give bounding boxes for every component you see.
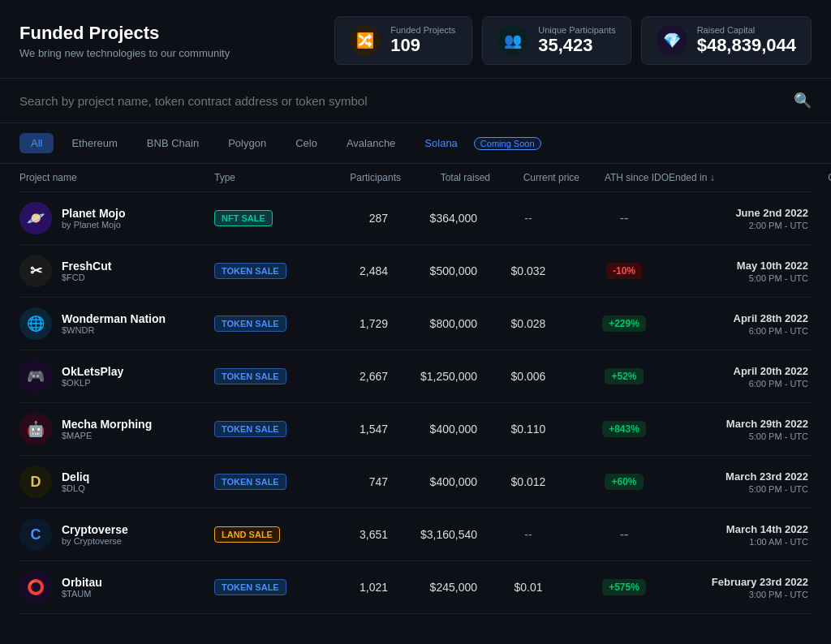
- okletsplay-info: OkLetsPlay $OKLP: [62, 365, 123, 388]
- deliq-ath: +60%: [579, 474, 669, 490]
- orbitau-type: TOKEN SALE: [214, 579, 312, 595]
- mecha-morphing-current-price: $0.110: [490, 423, 579, 436]
- planet-mojo-participants: 287: [312, 212, 401, 225]
- okletsplay-type: TOKEN SALE: [214, 368, 312, 384]
- cryptoverse-name: Cryptoverse: [62, 523, 128, 536]
- deliq-logo: D: [19, 466, 52, 498]
- mecha-morphing-logo: 🤖: [19, 413, 52, 445]
- deliq-name: Deliq: [62, 470, 89, 483]
- freshcut-participants: 2,484: [312, 264, 401, 277]
- filter-ethereum[interactable]: Ethereum: [60, 133, 128, 153]
- wonderman-nation-ended-time: 6:00 PM - UTC: [669, 326, 808, 336]
- mecha-morphing-ended-date: March 29th 2022: [669, 418, 808, 430]
- planet-mojo-logo: 🪐: [19, 202, 52, 234]
- deliq-ended-time: 5:00 PM - UTC: [669, 484, 808, 494]
- deliq-type-badge: TOKEN SALE: [214, 474, 286, 490]
- table-row[interactable]: 🪐 Planet Mojo by Planet Mojo NFT SALE287…: [19, 192, 812, 245]
- mecha-morphing-type: TOKEN SALE: [214, 421, 312, 437]
- search-input[interactable]: [19, 94, 784, 108]
- freshcut-sub: $FCD: [62, 273, 111, 282]
- project-cell-mecha-morphing: 🤖 Mecha Morphing $MAPE: [19, 413, 214, 445]
- filter-bnb-chain[interactable]: BNB Chain: [136, 133, 210, 153]
- orbitau-ended-time: 3:00 PM - UTC: [669, 590, 808, 599]
- filter-polygon[interactable]: Polygon: [217, 133, 278, 153]
- freshcut-ended-date: May 10th 2022: [669, 260, 808, 272]
- table-row[interactable]: 🎮 OkLetsPlay $OKLP TOKEN SALE2,667$1,250…: [19, 350, 812, 403]
- raised-capital-value: $48,839,044: [697, 35, 796, 56]
- cryptoverse-ended-date: March 14th 2022: [669, 523, 808, 535]
- table-row[interactable]: 🤖 Mecha Morphing $MAPE TOKEN SALE1,547$4…: [19, 403, 812, 456]
- wonderman-nation-ath: +229%: [579, 316, 669, 332]
- planet-mojo-type: NFT SALE: [214, 210, 312, 226]
- freshcut-name: FreshCut: [62, 260, 111, 273]
- orbitau-ath-badge: +575%: [602, 579, 646, 595]
- freshcut-ath: -10%: [579, 263, 669, 279]
- table-row[interactable]: 🌐 Wonderman Nation $WNDR TOKEN SALE1,729…: [19, 298, 812, 350]
- cryptoverse-total-raised: $3,160,540: [401, 528, 490, 541]
- planet-mojo-ath: --: [579, 211, 669, 225]
- page-title: Funded Projects: [19, 23, 230, 44]
- deliq-chain: △: [815, 470, 831, 493]
- project-cell-planet-mojo: 🪐 Planet Mojo by Planet Mojo: [19, 202, 214, 234]
- col-header-ath-since-ido: ATH since IDO: [579, 172, 669, 183]
- freshcut-chain: ◎: [815, 260, 831, 282]
- unique-participants-value: 35,423: [538, 35, 615, 56]
- wonderman-nation-ath-badge: +229%: [602, 316, 646, 332]
- okletsplay-ath: +52%: [579, 368, 669, 384]
- wonderman-nation-type: TOKEN SALE: [214, 316, 312, 332]
- orbitau-ended-date: February 23rd 2022: [669, 576, 808, 588]
- filter-solana[interactable]: Solana: [413, 133, 468, 153]
- table-row[interactable]: ⭕ Orbitau $TAUM TOKEN SALE1,021$245,000$…: [19, 561, 812, 614]
- planet-mojo-ended-time: 2:00 PM - UTC: [669, 221, 808, 230]
- deliq-current-price: $0.012: [490, 475, 579, 488]
- deliq-sub: $DLQ: [62, 483, 89, 493]
- orbitau-ath: +575%: [579, 579, 669, 595]
- orbitau-sub: $TAUM: [62, 589, 102, 599]
- filter-all[interactable]: All: [19, 133, 54, 153]
- project-cell-wonderman-nation: 🌐 Wonderman Nation $WNDR: [19, 307, 214, 340]
- okletsplay-ended: April 20th 2022 6:00 PM - UTC: [669, 365, 815, 389]
- planet-mojo-ath-value: --: [620, 211, 629, 225]
- mecha-morphing-ath: +843%: [579, 421, 669, 437]
- orbitau-chain: ◎: [815, 576, 831, 599]
- deliq-participants: 747: [312, 475, 401, 488]
- planet-mojo-ended-date: June 2nd 2022: [669, 207, 808, 219]
- filter-avalanche[interactable]: Avalanche: [335, 133, 407, 153]
- freshcut-type-badge: TOKEN SALE: [214, 263, 286, 279]
- coming-soon-badge: Coming Soon: [474, 137, 541, 150]
- wonderman-nation-current-price: $0.028: [490, 317, 579, 330]
- col-header-ended-in[interactable]: Ended in ↓: [669, 172, 815, 183]
- okletsplay-logo: 🎮: [19, 360, 52, 393]
- raised-capital-label: Raised Capital: [697, 25, 796, 35]
- orbitau-logo: ⭕: [19, 571, 52, 603]
- project-cell-deliq: D Deliq $DLQ: [19, 466, 214, 498]
- orbitau-total-raised: $245,000: [401, 581, 490, 594]
- header-title-block: Funded Projects We bring new technologie…: [19, 23, 230, 59]
- wonderman-nation-ended-date: April 28th 2022: [669, 312, 808, 324]
- mecha-morphing-info: Mecha Morphing $MAPE: [62, 418, 152, 440]
- mecha-morphing-sub: $MAPE: [62, 431, 152, 440]
- col-header-current-price: Current price: [490, 172, 579, 183]
- orbitau-type-badge: TOKEN SALE: [214, 579, 286, 595]
- mecha-morphing-participants: 1,547: [312, 423, 401, 436]
- raised-capital-icon: 💎: [657, 25, 687, 56]
- mecha-morphing-ath-badge: +843%: [602, 421, 646, 437]
- funded-projects-info: Funded Projects 109: [390, 25, 455, 56]
- stats-group: 🔀 Funded Projects 109 👥 Unique Participa…: [334, 16, 812, 65]
- cryptoverse-current-price: --: [490, 528, 579, 541]
- cryptoverse-type-badge: LAND SALE: [214, 526, 280, 543]
- wonderman-nation-type-badge: TOKEN SALE: [214, 316, 286, 332]
- project-cell-cryptoverse: C Cryptoverse by Cryptoverse: [19, 518, 214, 551]
- project-cell-freshcut: ✂ FreshCut $FCD: [19, 255, 214, 287]
- orbitau-current-price: $0.01: [490, 581, 579, 594]
- cryptoverse-logo: C: [19, 518, 52, 551]
- unique-participants-icon: 👥: [497, 25, 528, 56]
- filter-celo[interactable]: Celo: [284, 133, 329, 153]
- planet-mojo-ended: June 2nd 2022 2:00 PM - UTC: [669, 207, 815, 230]
- unique-participants-info: Unique Participants 35,423: [538, 25, 615, 56]
- table-row[interactable]: ✂ FreshCut $FCD TOKEN SALE2,484$500,000$…: [19, 245, 812, 298]
- deliq-ended: March 23rd 2022 5:00 PM - UTC: [669, 470, 815, 494]
- table-row[interactable]: D Deliq $DLQ TOKEN SALE747$400,000$0.012…: [19, 456, 812, 509]
- table-row[interactable]: C Cryptoverse by Cryptoverse LAND SALE3,…: [19, 509, 812, 561]
- okletsplay-ath-badge: +52%: [605, 368, 643, 384]
